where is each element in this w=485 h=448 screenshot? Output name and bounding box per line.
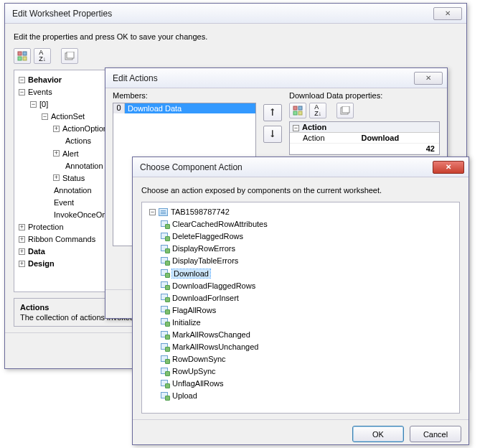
instruction-text: Edit the properties and press OK to save… (14, 32, 458, 41)
action-icon (161, 306, 169, 314)
expander[interactable]: + (19, 224, 25, 230)
titlebar[interactable]: Choose Component Action ✕ (133, 157, 468, 177)
sort-az-icon: AZ↓ (39, 50, 46, 62)
alphabetical-button[interactable]: AZ↓ (309, 103, 326, 118)
ok-button[interactable]: OK (352, 426, 404, 442)
svg-rect-1 (23, 52, 27, 55)
action-icon (161, 245, 169, 253)
tree-node-label: Download (172, 269, 210, 278)
tree-node-action[interactable]: DownloadFlaggedRows (161, 279, 456, 291)
expander[interactable]: + (53, 126, 60, 132)
expander[interactable]: + (19, 236, 25, 243)
action-icon (161, 331, 169, 339)
tree-node-action[interactable]: MarkAllRowsUnchanged (161, 340, 456, 353)
tree-node-action[interactable]: RowDownSync (161, 353, 456, 365)
expander[interactable]: + (53, 150, 60, 157)
close-button[interactable]: ✕ (433, 7, 462, 20)
categorized-icon (293, 106, 303, 116)
choose-component-action-dialog: Choose Component Action ✕ Choose an acti… (132, 157, 469, 445)
tree-node-component[interactable]: TAB1598787742 (171, 207, 230, 216)
expander[interactable]: + (19, 248, 25, 255)
action-icon (161, 380, 169, 388)
tree-node-label: RowDownSync (172, 355, 226, 363)
tree-node-behavior[interactable]: Behavior (28, 75, 62, 84)
toolbar: AZ↓ (14, 48, 458, 64)
property-category: Action (302, 123, 326, 131)
tree-node-label: DisplayTableErrors (172, 256, 238, 265)
svg-rect-3 (23, 57, 27, 60)
close-icon: ✕ (445, 9, 451, 17)
expander[interactable]: − (42, 113, 48, 120)
svg-rect-2 (18, 57, 22, 60)
tree-node-alert[interactable]: Alert (62, 149, 79, 158)
close-icon: ✕ (446, 163, 451, 171)
tree-node-events[interactable]: Events (28, 88, 52, 96)
tree-node-action[interactable]: UnflagAllRows (161, 377, 456, 389)
list-item[interactable]: 0 Download Data (113, 103, 255, 113)
tree-node-label: FlagAllRows (172, 306, 216, 314)
tree-node-action[interactable]: DeleteFlaggedRows (161, 230, 456, 242)
action-icon (161, 355, 169, 363)
dialog-title: Choose Component Action (140, 162, 433, 172)
tree-node-actionset[interactable]: ActionSet (51, 112, 85, 121)
property-row[interactable]: Action Download (290, 133, 439, 144)
tree-node-action[interactable]: Upload (161, 389, 456, 401)
expander[interactable]: − (19, 77, 25, 83)
property-row[interactable]: 42 (290, 144, 439, 154)
move-up-button[interactable]: 🠕 (263, 104, 282, 121)
tree-node-invokeonceonly[interactable]: InvokeOnceOnly (54, 210, 112, 219)
list-item-index: 0 (113, 103, 125, 113)
move-down-button[interactable]: 🠗 (263, 126, 282, 143)
property-pages-button[interactable] (61, 48, 78, 64)
dialog-title: Edit Actions (113, 73, 414, 83)
categorized-button[interactable] (289, 103, 306, 118)
tree-node-action[interactable]: Initialize (161, 316, 456, 328)
tree-node-protection[interactable]: Protection (28, 223, 64, 231)
tree-node-action[interactable]: Download (161, 266, 456, 279)
titlebar[interactable]: Edit Actions ✕ (105, 68, 447, 88)
action-icon (161, 368, 169, 375)
expander[interactable]: + (19, 261, 25, 267)
cancel-button[interactable]: Cancel (410, 426, 461, 442)
tree-node-status[interactable]: Status (62, 174, 85, 182)
expander[interactable]: + (53, 174, 60, 181)
close-button[interactable]: ✕ (414, 72, 443, 85)
tree-node-event[interactable]: Event (54, 198, 74, 207)
tree-node-action[interactable]: DisplayRowErrors (161, 242, 456, 254)
tree-node-annotation[interactable]: Annotation (65, 162, 103, 170)
action-tree[interactable]: −TAB1598787742 ClearCachedRowAttributesD… (141, 202, 460, 414)
tree-node-event0[interactable]: [0] (39, 100, 48, 108)
tree-node-design[interactable]: Design (28, 260, 55, 269)
tree-node-action[interactable]: RowUpSync (161, 365, 456, 377)
expander[interactable]: − (19, 89, 25, 95)
expander[interactable]: − (293, 125, 299, 131)
tree-node-action[interactable]: FlagAllRows (161, 304, 456, 316)
expander[interactable]: − (149, 209, 156, 215)
tree-node-annotation[interactable]: Annotation (54, 186, 92, 195)
tree-node-actions[interactable]: Actions (65, 137, 91, 146)
svg-rect-6 (293, 106, 297, 110)
categorized-button[interactable] (14, 48, 31, 64)
categorized-icon (17, 51, 27, 61)
tree-node-action[interactable]: DisplayTableErrors (161, 254, 456, 266)
tree-node-label: Upload (172, 392, 197, 401)
arrow-down-icon: 🠗 (268, 129, 277, 139)
property-pages-button[interactable] (336, 103, 354, 118)
expander[interactable]: − (30, 101, 37, 108)
alphabetical-button[interactable]: AZ↓ (34, 48, 51, 64)
sort-az-icon: AZ↓ (314, 104, 321, 117)
titlebar[interactable]: Edit Worksheet Properties ✕ (5, 4, 466, 24)
tree-node-label: MarkAllRowsChanged (172, 330, 250, 339)
tree-node-data[interactable]: Data (28, 247, 45, 256)
tree-node-action[interactable]: ClearCachedRowAttributes (161, 218, 456, 230)
close-button[interactable]: ✕ (433, 161, 464, 174)
tree-node-action[interactable]: DownloadForInsert (161, 291, 456, 304)
close-icon: ✕ (425, 74, 431, 82)
tree-node-ribbon[interactable]: Ribbon Commands (28, 235, 95, 243)
svg-rect-11 (342, 106, 349, 113)
tree-node-action[interactable]: MarkAllRowsChanged (161, 328, 456, 340)
action-icon (161, 257, 169, 265)
pages-icon (340, 106, 350, 115)
instruction-text: Choose an action exposed by components o… (141, 186, 460, 195)
property-grid[interactable]: −Action Action Download 42 (289, 121, 440, 155)
